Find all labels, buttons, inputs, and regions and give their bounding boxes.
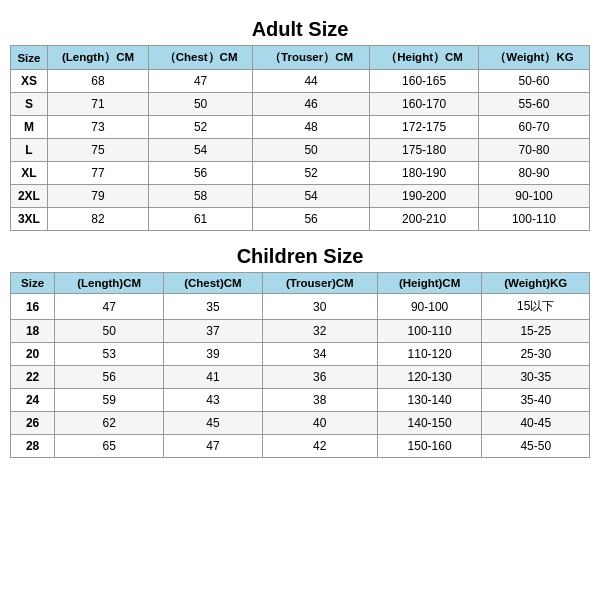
children-cell-5-5: 40-45 — [482, 412, 590, 435]
children-cell-2-1: 53 — [55, 343, 164, 366]
adult-header-2: （Chest）CM — [149, 46, 253, 70]
adult-cell-1-0: S — [11, 93, 48, 116]
adult-cell-1-3: 46 — [252, 93, 369, 116]
adult-table-row: S715046160-17055-60 — [11, 93, 590, 116]
adult-cell-5-5: 90-100 — [478, 185, 589, 208]
children-cell-1-4: 100-110 — [377, 320, 482, 343]
children-cell-5-0: 26 — [11, 412, 55, 435]
children-cell-2-3: 34 — [262, 343, 377, 366]
adult-cell-3-5: 70-80 — [478, 139, 589, 162]
children-cell-0-1: 47 — [55, 294, 164, 320]
adult-cell-3-0: L — [11, 139, 48, 162]
children-cell-0-5: 15以下 — [482, 294, 590, 320]
children-cell-6-4: 150-160 — [377, 435, 482, 458]
children-cell-4-4: 130-140 — [377, 389, 482, 412]
children-cell-2-0: 20 — [11, 343, 55, 366]
children-table-row: 22564136120-13030-35 — [11, 366, 590, 389]
adult-cell-4-4: 180-190 — [370, 162, 479, 185]
adult-cell-0-4: 160-165 — [370, 70, 479, 93]
adult-header-5: （Weight）KG — [478, 46, 589, 70]
adult-cell-0-5: 50-60 — [478, 70, 589, 93]
children-cell-6-1: 65 — [55, 435, 164, 458]
adult-cell-0-2: 47 — [149, 70, 253, 93]
children-cell-6-5: 45-50 — [482, 435, 590, 458]
children-table-row: 24594338130-14035-40 — [11, 389, 590, 412]
children-cell-0-3: 30 — [262, 294, 377, 320]
adult-cell-6-0: 3XL — [11, 208, 48, 231]
children-cell-6-0: 28 — [11, 435, 55, 458]
adult-header-3: （Trouser）CM — [252, 46, 369, 70]
children-cell-4-3: 38 — [262, 389, 377, 412]
children-header-3: (Trouser)CM — [262, 273, 377, 294]
children-header-2: (Chest)CM — [164, 273, 263, 294]
adult-cell-1-5: 55-60 — [478, 93, 589, 116]
adult-cell-3-1: 75 — [47, 139, 148, 162]
children-cell-5-2: 45 — [164, 412, 263, 435]
children-table-row: 20533934110-12025-30 — [11, 343, 590, 366]
children-cell-2-5: 25-30 — [482, 343, 590, 366]
children-table-row: 28654742150-16045-50 — [11, 435, 590, 458]
adult-cell-5-0: 2XL — [11, 185, 48, 208]
adult-header-1: (Length）CM — [47, 46, 148, 70]
children-header-5: (Weight)KG — [482, 273, 590, 294]
adult-table-row: 2XL795854190-20090-100 — [11, 185, 590, 208]
children-cell-3-2: 41 — [164, 366, 263, 389]
adult-table-row: L755450175-18070-80 — [11, 139, 590, 162]
children-cell-0-2: 35 — [164, 294, 263, 320]
adult-cell-2-1: 73 — [47, 116, 148, 139]
children-cell-0-4: 90-100 — [377, 294, 482, 320]
adult-cell-2-5: 60-70 — [478, 116, 589, 139]
adult-cell-0-0: XS — [11, 70, 48, 93]
children-size-title: Children Size — [237, 245, 364, 268]
adult-table-row: XL775652180-19080-90 — [11, 162, 590, 185]
children-cell-1-1: 50 — [55, 320, 164, 343]
adult-cell-2-2: 52 — [149, 116, 253, 139]
adult-cell-5-1: 79 — [47, 185, 148, 208]
children-cell-3-0: 22 — [11, 366, 55, 389]
children-cell-1-0: 18 — [11, 320, 55, 343]
children-header-4: (Height)CM — [377, 273, 482, 294]
children-cell-4-5: 35-40 — [482, 389, 590, 412]
children-table-row: 1647353090-10015以下 — [11, 294, 590, 320]
adult-cell-4-2: 56 — [149, 162, 253, 185]
children-cell-3-1: 56 — [55, 366, 164, 389]
adult-cell-6-4: 200-210 — [370, 208, 479, 231]
children-cell-5-4: 140-150 — [377, 412, 482, 435]
adult-cell-4-0: XL — [11, 162, 48, 185]
children-table-row: 26624540140-15040-45 — [11, 412, 590, 435]
children-cell-4-0: 24 — [11, 389, 55, 412]
adult-table-row: XS684744160-16550-60 — [11, 70, 590, 93]
children-cell-2-2: 39 — [164, 343, 263, 366]
children-cell-4-2: 43 — [164, 389, 263, 412]
adult-size-table: Size(Length）CM（Chest）CM（Trouser）CM（Heigh… — [10, 45, 590, 231]
children-cell-1-3: 32 — [262, 320, 377, 343]
adult-cell-0-3: 44 — [252, 70, 369, 93]
children-header-0: Size — [11, 273, 55, 294]
children-size-table: Size(Length)CM(Chest)CM(Trouser)CM(Heigh… — [10, 272, 590, 458]
children-cell-1-5: 15-25 — [482, 320, 590, 343]
adult-table-row: M735248172-17560-70 — [11, 116, 590, 139]
adult-cell-4-5: 80-90 — [478, 162, 589, 185]
adult-cell-6-1: 82 — [47, 208, 148, 231]
adult-cell-5-4: 190-200 — [370, 185, 479, 208]
children-cell-4-1: 59 — [55, 389, 164, 412]
adult-cell-6-2: 61 — [149, 208, 253, 231]
adult-cell-3-4: 175-180 — [370, 139, 479, 162]
adult-cell-5-3: 54 — [252, 185, 369, 208]
adult-table-row: 3XL826156200-210100-110 — [11, 208, 590, 231]
children-header-1: (Length)CM — [55, 273, 164, 294]
children-cell-5-3: 40 — [262, 412, 377, 435]
children-cell-3-5: 30-35 — [482, 366, 590, 389]
adult-cell-2-4: 172-175 — [370, 116, 479, 139]
children-cell-3-3: 36 — [262, 366, 377, 389]
children-cell-2-4: 110-120 — [377, 343, 482, 366]
children-cell-0-0: 16 — [11, 294, 55, 320]
adult-header-0: Size — [11, 46, 48, 70]
adult-cell-2-3: 48 — [252, 116, 369, 139]
children-cell-6-2: 47 — [164, 435, 263, 458]
adult-cell-4-1: 77 — [47, 162, 148, 185]
adult-size-title: Adult Size — [252, 18, 349, 41]
adult-cell-0-1: 68 — [47, 70, 148, 93]
adult-cell-1-1: 71 — [47, 93, 148, 116]
adult-header-4: （Height）CM — [370, 46, 479, 70]
